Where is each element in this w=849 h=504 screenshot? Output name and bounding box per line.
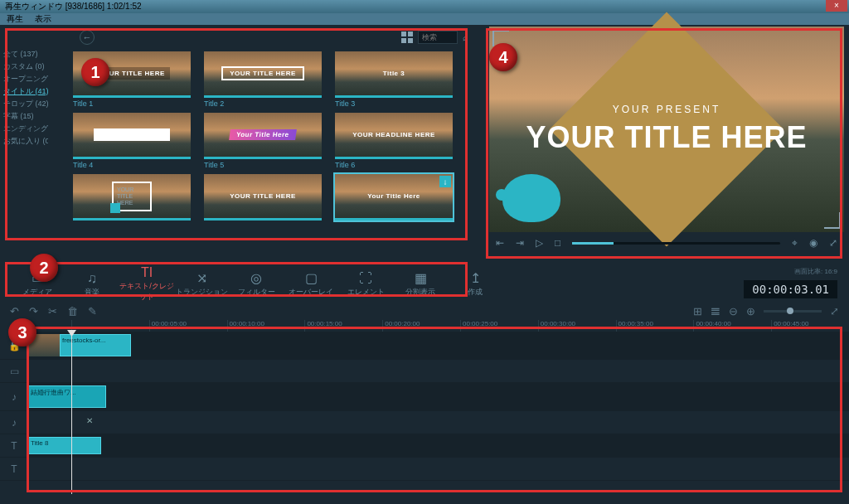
audio2-track-icon[interactable]: ♪	[0, 417, 28, 429]
video-clip[interactable]: freestocks-or...	[60, 334, 131, 356]
tab-分割表示[interactable]: ▦分割表示	[393, 270, 448, 298]
audio-track[interactable]: 結婚行進曲ワ...	[28, 383, 849, 410]
close-button[interactable]: ×	[826, 0, 847, 12]
preview-scrubber[interactable]	[572, 242, 780, 245]
tab-label: 作成	[448, 287, 502, 298]
audio-track-2[interactable]: ✕	[28, 411, 849, 434]
cut-button[interactable]: ✂	[48, 305, 57, 317]
audio-clip[interactable]: 結婚行進曲ワ...	[28, 385, 106, 408]
tab-label: オーバーレイ	[284, 287, 338, 298]
search-input[interactable]	[418, 31, 458, 44]
title-clip[interactable]: Title 8	[28, 437, 101, 454]
edit-button[interactable]: ✎	[88, 305, 97, 317]
tab-icon: ▭	[10, 270, 65, 287]
video2-track-icon[interactable]: ▭	[0, 366, 28, 377]
tab-トランジション[interactable]: ⤨トランジション	[174, 270, 229, 298]
sidebar-item-favorite[interactable]: お気に入り (0)	[3, 135, 48, 148]
title-thumb-1[interactable]: YOUR TITLE HERETitle 1	[73, 51, 191, 108]
title-thumb-6[interactable]: YOUR HEADLINE HERETitle 6	[335, 113, 453, 169]
preview-title: YOUR TITLE HERE	[526, 120, 807, 155]
ruler-tick: 00:00:25:00	[460, 320, 538, 332]
preview-canvas[interactable]: YOUR PRESENT YOUR TITLE HERE	[489, 27, 844, 232]
play-button[interactable]: ▷	[536, 237, 543, 249]
sidebar-item-ending[interactable]: エンディング (14)	[3, 123, 48, 135]
back-button[interactable]: ←	[80, 30, 95, 45]
tab-エレメント[interactable]: ⛶エレメント	[338, 270, 393, 298]
title-track-2[interactable]	[28, 458, 849, 480]
ruler-tick: 00:00:40:00	[693, 320, 771, 332]
title-thumb-8[interactable]: YOUR TITLE HERE	[204, 174, 322, 222]
search-icon[interactable]: ⌕	[463, 33, 468, 42]
zoom-slider[interactable]	[764, 310, 822, 313]
menu-view[interactable]: 表示	[35, 13, 51, 25]
title-thumb-4[interactable]: YOUR TITLE HERETitle 4	[73, 113, 191, 169]
video-track[interactable]: freestocks-or...	[28, 332, 849, 359]
tab-テキスト/クレジット[interactable]: TIテキスト/クレジット	[119, 264, 174, 303]
sidebar-item-all[interactable]: 全て (137)	[3, 48, 48, 61]
snapshot-button[interactable]: ⌖	[792, 237, 798, 249]
ruler-tick: 00:00:05:00	[149, 320, 227, 332]
grid-view-icon[interactable]	[401, 32, 413, 43]
video-track-2[interactable]	[28, 360, 849, 382]
delete-button[interactable]: 🗑	[67, 305, 78, 317]
tab-作成[interactable]: ↥作成	[448, 270, 502, 298]
sidebar-item-custom[interactable]: カスタム (0)	[3, 61, 48, 73]
tab-フィルター[interactable]: ◎フィルター	[229, 270, 284, 298]
marker-icon[interactable]: 𝌆	[711, 305, 720, 317]
thumb-caption: Title 1	[73, 99, 191, 108]
thumb-caption: Title 4	[73, 161, 191, 169]
window-title: 再生ウィンドウ [938/1686] 1:02/1:52	[5, 1, 142, 12]
fit-zoom-icon[interactable]: ⊞	[693, 305, 702, 317]
sidebar-item-title[interactable]: タイトル (41)	[3, 85, 48, 98]
timeline-ruler[interactable]: 00:00:05:0000:00:10:0000:00:15:0000:00:2…	[0, 320, 849, 332]
video-clip-thumb[interactable]	[28, 334, 60, 356]
record-button[interactable]: ◉	[809, 237, 817, 249]
sidebar-item-opening[interactable]: オープニング (25)	[3, 73, 48, 85]
tab-label: メディア	[10, 287, 65, 298]
menu-play[interactable]: 再生	[7, 13, 23, 25]
playhead[interactable]	[71, 332, 72, 494]
sidebar-item-telop[interactable]: テロップ (42)	[3, 98, 48, 110]
zoom-fit-icon[interactable]: ⤢	[830, 305, 839, 317]
undo-button[interactable]: ↶	[10, 305, 19, 317]
title-track[interactable]: Title 8	[28, 434, 849, 457]
title-track-icon[interactable]: T	[0, 440, 28, 452]
pig-graphic	[502, 174, 560, 222]
redo-button[interactable]: ↷	[29, 305, 38, 317]
stop-button[interactable]: □	[555, 237, 560, 249]
sidebar-item-subtitle[interactable]: 字幕 (15)	[3, 110, 48, 123]
thumb-caption: Title 2	[204, 99, 322, 108]
lock-track-icon[interactable]: 🔒	[0, 340, 28, 351]
ruler-tick: 00:00:45:00	[771, 320, 849, 332]
fullscreen-button[interactable]: ⤢	[829, 237, 837, 249]
audio-track-icon[interactable]: ♪	[0, 391, 28, 403]
title-thumb-7[interactable]: YOUR TITLE HERE	[73, 174, 191, 222]
thumb-caption: Title 5	[204, 161, 322, 169]
ruler-tick: 00:00:15:00	[304, 320, 382, 332]
tab-オーバーレイ[interactable]: ▢オーバーレイ	[284, 270, 338, 298]
title-thumb-5[interactable]: Your Title HereTitle 5	[204, 113, 322, 169]
timeline-toolbar: ↶ ↷ ✂ 🗑 ✎ ⊞ 𝌆 ⊖ ⊕ ⤢	[0, 302, 849, 320]
delete-marker-icon[interactable]: ✕	[86, 416, 93, 425]
tab-音楽[interactable]: ♫音楽	[65, 270, 119, 298]
title-thumb-3[interactable]: Title 3Title 3	[335, 51, 453, 108]
title-thumb-2[interactable]: YOUR TITLE HERETitle 2	[204, 51, 322, 108]
aspect-ratio-label: 画面比率: 16:9	[794, 267, 837, 276]
zoom-in-button[interactable]: ⊕	[746, 305, 755, 317]
next-frame-button[interactable]: ⇥	[516, 237, 524, 249]
title2-track-icon[interactable]: T	[0, 463, 28, 475]
prev-frame-button[interactable]: ⇤	[496, 237, 504, 249]
ruler-tick: 00:00:20:00	[382, 320, 460, 332]
menu-bar: 再生 表示	[0, 13, 849, 25]
zoom-out-button[interactable]: ⊖	[729, 305, 738, 317]
tab-icon: ♫	[65, 270, 119, 287]
tab-icon: ◎	[229, 270, 284, 287]
tab-label: フィルター	[229, 287, 284, 298]
tab-icon: ⤨	[174, 270, 229, 287]
title-thumb-9[interactable]: Your Title Here↓	[335, 174, 453, 222]
preview-subtitle: YOUR PRESENT	[526, 104, 807, 115]
thumb-caption: Title 3	[335, 99, 453, 108]
download-icon[interactable]: ↓	[439, 176, 451, 187]
tab-メディア[interactable]: ▭メディア	[10, 270, 65, 298]
category-sidebar: 全て (137) カスタム (0) オープニング (25) タイトル (41) …	[0, 27, 51, 265]
